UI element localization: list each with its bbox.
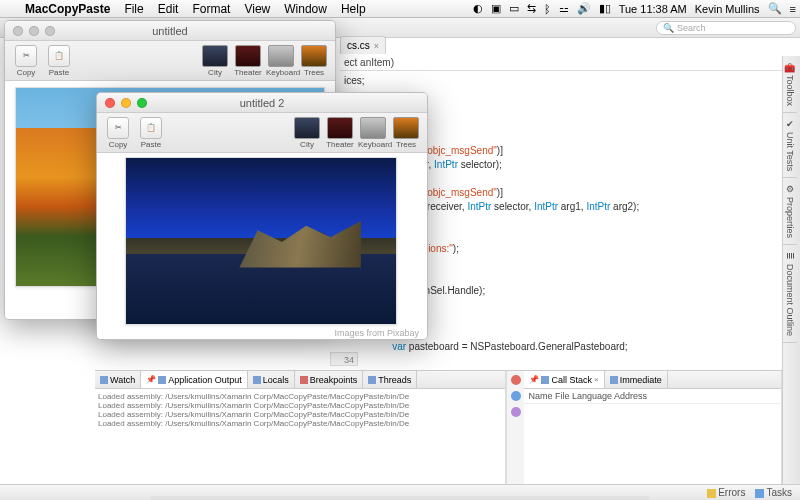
ide-search-input[interactable]: 🔍 Search bbox=[656, 21, 796, 35]
watch-icon bbox=[100, 376, 108, 384]
output-panel: Watch 📌Application Output Locals Breakpo… bbox=[95, 371, 506, 484]
tab-threads[interactable]: Threads bbox=[363, 371, 417, 388]
paste-button[interactable]: 📋Paste bbox=[44, 45, 74, 77]
output-line: Loaded assembly: /Users/kmullins/Xamarin… bbox=[98, 392, 502, 401]
dock[interactable] bbox=[150, 496, 650, 500]
menu-edit[interactable]: Edit bbox=[151, 2, 186, 16]
callstack-header: Name File Language Address bbox=[524, 389, 781, 404]
ide-bottom-panels: Watch 📌Application Output Locals Breakpo… bbox=[95, 370, 782, 484]
callstack-icon bbox=[541, 376, 549, 384]
output-side-icons bbox=[506, 371, 524, 484]
close-window-button[interactable] bbox=[105, 98, 115, 108]
thumb-keyboard[interactable]: Keyboard bbox=[266, 45, 296, 77]
callstack-tabs: 📌Call Stack× Immediate bbox=[524, 371, 781, 389]
battery-icon[interactable]: ▮▯ bbox=[595, 2, 615, 15]
output-line: Loaded assembly: /Users/kmullins/Xamarin… bbox=[98, 410, 502, 419]
window-titlebar[interactable]: untitled 2 bbox=[97, 93, 427, 113]
traffic-lights bbox=[97, 98, 147, 108]
zoom-window-button[interactable] bbox=[45, 26, 55, 36]
output-line: Loaded assembly: /Users/kmullins/Xamarin… bbox=[98, 419, 502, 428]
theater-thumb-icon bbox=[327, 117, 353, 139]
paste-button[interactable]: 📋Paste bbox=[136, 117, 166, 149]
menu-help[interactable]: Help bbox=[334, 2, 373, 16]
properties-icon: ⚙ bbox=[785, 184, 795, 194]
tab-call-stack[interactable]: 📌Call Stack× bbox=[524, 371, 604, 388]
stop-icon[interactable] bbox=[511, 375, 521, 385]
thumb-city[interactable]: City bbox=[292, 117, 322, 149]
tab-locals[interactable]: Locals bbox=[248, 371, 295, 388]
output-body[interactable]: Loaded assembly: /Users/kmullins/Xamarin… bbox=[95, 389, 505, 484]
tab-watch[interactable]: Watch bbox=[95, 371, 141, 388]
status-icon[interactable]: ▣ bbox=[487, 2, 505, 15]
breadcrumb-signature: ect anItem) bbox=[340, 55, 782, 71]
pin-icon[interactable]: 📌 bbox=[529, 375, 539, 384]
city-thumb-icon bbox=[294, 117, 320, 139]
menu-file[interactable]: File bbox=[117, 2, 150, 16]
wifi-icon[interactable]: ⚍ bbox=[555, 2, 573, 15]
menu-view[interactable]: View bbox=[237, 2, 277, 16]
search-placeholder: Search bbox=[677, 23, 706, 33]
side-tab-unit-tests[interactable]: ✔Unit Tests bbox=[783, 113, 797, 178]
tab-breakpoints[interactable]: Breakpoints bbox=[295, 371, 364, 388]
line-number: 34 bbox=[330, 352, 358, 366]
window-titlebar[interactable]: untitled bbox=[5, 21, 335, 41]
spotlight-icon[interactable]: 🔍 bbox=[764, 2, 786, 15]
trees-thumb-icon bbox=[393, 117, 419, 139]
close-icon[interactable]: × bbox=[594, 375, 599, 384]
app-window-2[interactable]: untitled 2 ✂Copy 📋Paste City Theater Key… bbox=[96, 92, 428, 340]
thumb-city[interactable]: City bbox=[200, 45, 230, 77]
menu-format[interactable]: Format bbox=[185, 2, 237, 16]
trees-thumb-icon bbox=[301, 45, 327, 67]
pin-icon[interactable]: 📌 bbox=[146, 375, 156, 384]
errors-icon bbox=[707, 489, 716, 498]
clipboard-icon: 📋 bbox=[48, 45, 70, 67]
close-window-button[interactable] bbox=[13, 26, 23, 36]
side-tab-toolbox[interactable]: 🧰Toolbox bbox=[783, 56, 797, 113]
output-tabs: Watch 📌Application Output Locals Breakpo… bbox=[95, 371, 505, 389]
side-tab-document-outline[interactable]: ≣Document Outline bbox=[783, 245, 797, 343]
thumb-trees[interactable]: Trees bbox=[299, 45, 329, 77]
editor-tab[interactable]: cs.cs × bbox=[340, 36, 386, 54]
tests-icon: ✔ bbox=[785, 119, 795, 129]
scissors-icon: ✂ bbox=[15, 45, 37, 67]
copy-button[interactable]: ✂Copy bbox=[103, 117, 133, 149]
side-tab-properties[interactable]: ⚙Properties bbox=[783, 178, 797, 245]
bluetooth-icon[interactable]: ᛒ bbox=[540, 3, 555, 15]
search-icon: 🔍 bbox=[663, 23, 674, 33]
callstack-panel: 📌Call Stack× Immediate Name File Languag… bbox=[524, 371, 782, 484]
keyboard-thumb-icon bbox=[360, 117, 386, 139]
notification-center-icon[interactable]: ≡ bbox=[786, 3, 800, 15]
threads-icon bbox=[368, 376, 376, 384]
status-icon[interactable]: ◐ bbox=[469, 2, 487, 15]
callstack-body[interactable] bbox=[524, 404, 781, 484]
user-menu[interactable]: Kevin Mullins bbox=[691, 3, 764, 15]
thumb-trees[interactable]: Trees bbox=[391, 117, 421, 149]
minimize-window-button[interactable] bbox=[29, 26, 39, 36]
thumb-theater[interactable]: Theater bbox=[233, 45, 263, 77]
tab-immediate[interactable]: Immediate bbox=[605, 371, 668, 388]
clock[interactable]: Tue 11:38 AM bbox=[615, 3, 691, 15]
toolbox-icon: 🧰 bbox=[785, 62, 795, 72]
thumb-theater[interactable]: Theater bbox=[325, 117, 355, 149]
breakpoints-icon bbox=[300, 376, 308, 384]
image-well: Images from Pixabay bbox=[97, 153, 427, 340]
thumb-keyboard[interactable]: Keyboard bbox=[358, 117, 388, 149]
image-credit: Images from Pixabay bbox=[334, 328, 419, 338]
status-tasks[interactable]: Tasks bbox=[755, 487, 792, 498]
airplay-icon[interactable]: ▭ bbox=[505, 2, 523, 15]
status-icon[interactable]: ⇆ bbox=[523, 2, 540, 15]
menu-window[interactable]: Window bbox=[277, 2, 334, 16]
tab-application-output[interactable]: 📌Application Output bbox=[141, 371, 248, 388]
displayed-image[interactable] bbox=[125, 157, 397, 325]
copy-button[interactable]: ✂Copy bbox=[11, 45, 41, 77]
step-icon[interactable] bbox=[511, 407, 521, 417]
tasks-icon bbox=[755, 489, 764, 498]
ide-side-tabs: 🧰Toolbox ✔Unit Tests ⚙Properties ≣Docume… bbox=[782, 56, 800, 484]
app-menu[interactable]: MacCopyPaste bbox=[18, 2, 117, 16]
zoom-window-button[interactable] bbox=[137, 98, 147, 108]
status-errors[interactable]: Errors bbox=[707, 487, 745, 498]
close-icon[interactable]: × bbox=[374, 41, 379, 51]
step-icon[interactable] bbox=[511, 391, 521, 401]
volume-icon[interactable]: 🔊 bbox=[573, 2, 595, 15]
minimize-window-button[interactable] bbox=[121, 98, 131, 108]
